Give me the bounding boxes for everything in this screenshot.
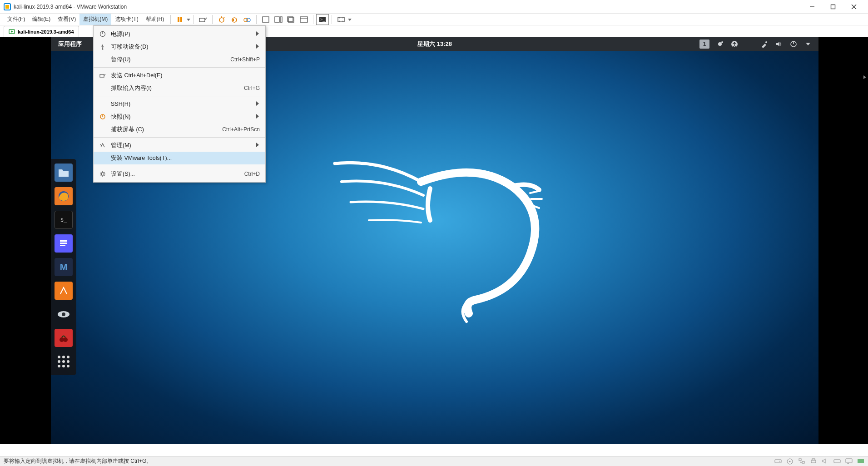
svg-point-64 xyxy=(63,337,68,342)
vm-tab[interactable]: kali-linux-2019.3-amd64 xyxy=(4,26,79,37)
svg-rect-70 xyxy=(799,459,801,461)
dock-firefox[interactable] xyxy=(55,187,73,205)
menu-item[interactable]: 发送 Ctrl+Alt+Del(E) xyxy=(94,69,265,82)
separator xyxy=(170,15,171,24)
svg-point-51 xyxy=(734,42,735,44)
tray-sound-icon[interactable] xyxy=(822,458,829,465)
menubar: 文件(F) 编辑(E) 查看(V) 虚拟机(M) 选项卡(T) 帮助(H) >_ xyxy=(0,14,868,25)
menu-tabs[interactable]: 选项卡(T) xyxy=(111,14,142,25)
tray-message-icon[interactable] xyxy=(845,458,853,465)
separator xyxy=(313,15,313,24)
dock-zenmap[interactable] xyxy=(55,305,73,323)
menu-item-shortcut: Ctrl+Shift+P xyxy=(230,56,260,63)
tray-hdd-icon[interactable] xyxy=(774,458,782,465)
menu-item[interactable]: 可移动设备(D) xyxy=(94,40,265,53)
pause-button[interactable] xyxy=(174,14,186,25)
menu-item[interactable]: SSH(H) xyxy=(94,98,265,110)
workspace-badge[interactable]: 1 xyxy=(699,40,709,49)
dock-metasploit[interactable]: M xyxy=(55,258,73,276)
svg-point-69 xyxy=(789,461,791,462)
svg-rect-59 xyxy=(60,243,67,244)
menu-item-label: 电源(P) xyxy=(111,30,256,38)
tray-usb-icon[interactable] xyxy=(833,458,841,465)
menu-item[interactable]: 暂停(U)Ctrl+Shift+P xyxy=(94,53,265,66)
tray-printer-icon[interactable] xyxy=(810,458,817,465)
tray-network-icon[interactable] xyxy=(798,458,805,465)
power-icon[interactable] xyxy=(789,40,798,48)
svg-rect-73 xyxy=(812,459,815,460)
menu-item-label: SSH(H) xyxy=(111,101,256,107)
menu-item[interactable]: 管理(M) xyxy=(94,139,265,152)
menu-edit[interactable]: 编辑(E) xyxy=(29,14,54,25)
vm-tab-icon xyxy=(9,28,15,35)
svg-point-10 xyxy=(219,18,224,22)
accessibility-icon[interactable] xyxy=(730,40,739,48)
kali-dock: $_ M xyxy=(51,159,76,375)
dock-burp[interactable] xyxy=(55,282,73,300)
dock-show-apps[interactable] xyxy=(55,352,73,371)
kali-clock[interactable]: 星期六 13:28 xyxy=(417,40,452,48)
fullscreen-button[interactable] xyxy=(298,14,310,25)
menu-help[interactable]: 帮助(H) xyxy=(142,14,168,25)
menu-item-shortcut: Ctrl+G xyxy=(244,85,260,91)
svg-marker-8 xyxy=(187,19,190,21)
snapshot-revert-button[interactable] xyxy=(228,14,241,25)
svg-marker-74 xyxy=(823,459,826,463)
send-icon xyxy=(98,72,107,79)
svg-marker-32 xyxy=(256,44,259,49)
menu-item-label: 快照(N) xyxy=(111,113,256,121)
submenu-arrow-icon xyxy=(256,31,260,37)
svg-rect-75 xyxy=(834,460,840,463)
dock-files[interactable] xyxy=(55,164,73,182)
tweak-icon[interactable] xyxy=(760,40,769,48)
menu-item-shortcut: Ctrl+D xyxy=(244,171,260,177)
vm-menu-dropdown: 电源(P)可移动设备(D)暂停(U)Ctrl+Shift+P发送 Ctrl+Al… xyxy=(93,25,266,183)
menu-item-label: 抓取输入内容(I) xyxy=(111,84,244,92)
stretch-dropdown[interactable] xyxy=(347,14,352,25)
power-dropdown[interactable] xyxy=(186,14,191,25)
svg-point-52 xyxy=(765,41,767,43)
send-cad-button[interactable] xyxy=(197,14,209,25)
tray-cd-icon[interactable] xyxy=(786,458,794,465)
svg-rect-71 xyxy=(802,461,804,463)
minimize-button[interactable] xyxy=(802,0,823,14)
menu-view[interactable]: 查看(V) xyxy=(54,14,79,25)
multi-window-button[interactable] xyxy=(272,14,285,25)
record-icon[interactable] xyxy=(716,40,724,48)
maximize-button[interactable] xyxy=(823,0,843,14)
menu-item[interactable]: 快照(N) xyxy=(94,110,265,123)
dock-editor[interactable] xyxy=(55,234,73,253)
console-button[interactable]: >_ xyxy=(316,14,329,25)
menu-vm[interactable]: 虚拟机(M) xyxy=(79,14,111,25)
tray-vm-running-icon[interactable] xyxy=(857,458,864,465)
menu-item[interactable]: 电源(P) xyxy=(94,28,265,40)
unity-button[interactable] xyxy=(285,14,298,25)
device-tray xyxy=(774,458,864,465)
single-window-button[interactable] xyxy=(259,14,272,25)
volume-icon[interactable] xyxy=(775,40,783,48)
menu-item[interactable]: 抓取输入内容(I)Ctrl+G xyxy=(94,82,265,94)
menu-file[interactable]: 文件(F) xyxy=(4,14,29,25)
snapshot-take-button[interactable] xyxy=(215,14,228,25)
menu-item[interactable]: 安装 VMware Tools(T)... xyxy=(94,152,265,164)
kali-apps-menu[interactable]: 应用程序 xyxy=(51,40,89,48)
statusbar-hint: 要将输入定向到该虚拟机，请在虚拟机内部单击或按 Ctrl+G。 xyxy=(4,457,152,465)
stretch-button[interactable] xyxy=(335,14,347,25)
menu-item-label: 可移动设备(D) xyxy=(111,43,256,51)
kali-logo xyxy=(317,136,553,329)
dock-terminal[interactable]: $_ xyxy=(55,211,73,229)
menu-item[interactable]: 捕获屏幕 (C)Ctrl+Alt+PrtScn xyxy=(94,123,265,136)
svg-rect-1 xyxy=(5,5,9,9)
close-button[interactable] xyxy=(843,0,864,14)
menu-item[interactable]: 设置(S)...Ctrl+D xyxy=(94,168,265,180)
dock-cherrytree[interactable] xyxy=(55,329,73,347)
submenu-arrow-icon xyxy=(256,44,260,50)
guest-resize-handle[interactable] xyxy=(863,74,868,81)
svg-rect-16 xyxy=(275,17,279,22)
svg-rect-72 xyxy=(811,460,816,463)
chevron-down-icon[interactable] xyxy=(804,40,812,48)
svg-point-49 xyxy=(721,41,723,43)
manage-icon xyxy=(98,142,107,149)
snapshot-manager-button[interactable] xyxy=(241,14,253,25)
svg-line-44 xyxy=(101,172,101,173)
